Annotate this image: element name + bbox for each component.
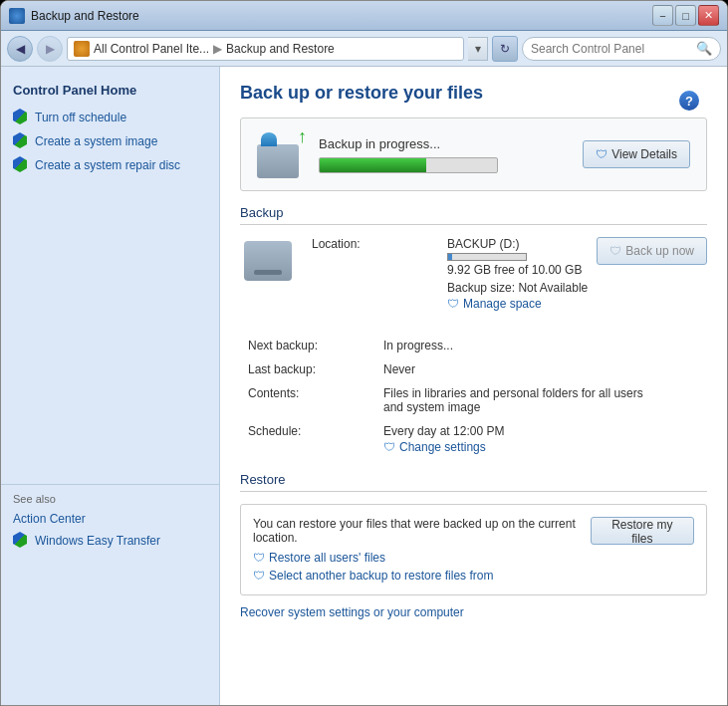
minimize-button[interactable]: −: [652, 5, 673, 26]
view-details-label: View Details: [611, 147, 677, 161]
window-icon: [9, 8, 25, 24]
location-label: Location:: [312, 237, 431, 277]
backup-section-header: Backup: [240, 205, 707, 225]
restore-all-shield: 🛡: [253, 551, 265, 565]
next-backup-value: In progress...: [383, 339, 453, 353]
close-button[interactable]: ✕: [698, 5, 719, 26]
location-bar: [447, 253, 527, 261]
sidebar-label-create-repair-disc: Create a system repair disc: [35, 158, 180, 172]
search-box[interactable]: 🔍: [522, 37, 721, 61]
restore-my-files-label: Restore my files: [611, 518, 672, 546]
restore-flex: You can restore your files that were bac…: [253, 517, 694, 583]
sidebar-title: Control Panel Home: [1, 79, 219, 106]
contents-label: Contents:: [248, 386, 367, 414]
progress-section: ↑ Backup in progress... 🛡 View Details: [240, 118, 707, 191]
sidebar-label-create-system-image: Create a system image: [35, 134, 157, 148]
forward-button[interactable]: ▶: [37, 36, 63, 62]
content-area: Back up or restore your files ↑ Back: [220, 67, 727, 705]
breadcrumb-sep: ▶: [213, 42, 222, 56]
breadcrumb-part2: Backup and Restore: [226, 42, 335, 56]
help-button[interactable]: ?: [679, 91, 699, 111]
restore-section-outer: Restore You can restore your files that …: [240, 472, 707, 619]
select-another-label: Select another backup to restore files f…: [269, 569, 493, 583]
backup-icon: ↑: [257, 130, 305, 178]
sidebar-item-create-repair-disc[interactable]: Create a system repair disc: [1, 153, 219, 177]
recover-system-link[interactable]: Recover system settings or your computer: [240, 605, 464, 619]
content-wrapper: Back up or restore your files ↑ Back: [240, 83, 707, 619]
restore-my-files-button[interactable]: Restore my files: [591, 517, 694, 545]
drive-icon: [240, 237, 296, 285]
sidebar-item-action-center[interactable]: Action Center: [1, 509, 219, 529]
backup-info-grid: Location: BACKUP (D:) 9.92 GB free of 10…: [240, 237, 588, 315]
see-also-label: See also: [1, 484, 219, 509]
last-backup-row: Last backup: Never: [248, 362, 707, 376]
title-bar-controls: − □ ✕: [652, 5, 719, 26]
address-field[interactable]: All Control Panel Ite... ▶ Backup and Re…: [67, 37, 464, 61]
main-window: Backup and Restore − □ ✕ ◀ ▶ All Control…: [0, 0, 728, 706]
schedule-row: Schedule: Every day at 12:00 PM 🛡 Change…: [248, 424, 707, 454]
search-icon: 🔍: [696, 41, 712, 56]
select-another-shield: 🛡: [253, 569, 265, 583]
title-bar: Backup and Restore − □ ✕: [1, 1, 727, 31]
backup-size-label: [312, 281, 431, 311]
refresh-button[interactable]: ↻: [492, 36, 518, 62]
location-value: BACKUP (D:): [447, 237, 582, 251]
maximize-button[interactable]: □: [675, 5, 696, 26]
sidebar-item-turn-off-schedule[interactable]: Turn off schedule: [1, 106, 219, 129]
progress-bar-container: [319, 157, 498, 173]
address-bar: ◀ ▶ All Control Panel Ite... ▶ Backup an…: [1, 31, 727, 67]
control-panel-icon: [74, 41, 90, 57]
shield-icon-system-image: [13, 132, 29, 150]
shield-icon-repair-disc: [13, 156, 29, 174]
sidebar-item-create-system-image[interactable]: Create a system image: [1, 129, 219, 153]
sidebar-label-turn-off-schedule: Turn off schedule: [35, 111, 126, 124]
back-up-now-shield: 🛡: [609, 244, 621, 258]
backup-size-row: Backup size: Not Available 🛡 Manage spac…: [312, 281, 588, 311]
sidebar: Control Panel Home Turn off schedule Cre…: [1, 67, 220, 705]
restore-section-header: Restore: [240, 472, 707, 492]
free-space-value: 9.92 GB free of 10.00 GB: [447, 263, 582, 277]
info-rows: Location: BACKUP (D:) 9.92 GB free of 10…: [312, 237, 588, 315]
back-up-now-label: Back up now: [625, 244, 694, 258]
restore-all-users-link[interactable]: 🛡 Restore all users' files: [253, 551, 591, 565]
schedule-value: Every day at 12:00 PM: [383, 424, 504, 438]
backup-size-text: Backup size: Not Available: [447, 281, 588, 295]
title-bar-left: Backup and Restore: [9, 8, 139, 24]
progress-bar-fill: [320, 158, 426, 172]
progress-label: Backup in progress...: [319, 136, 569, 151]
next-backup-label: Next backup:: [248, 339, 367, 353]
shield-icon-easy-transfer: [13, 532, 29, 550]
address-dropdown[interactable]: ▾: [468, 37, 488, 61]
shield-icon-schedule: [13, 109, 29, 126]
sidebar-label-windows-easy-transfer: Windows Easy Transfer: [35, 534, 160, 548]
schedule-label: Schedule:: [248, 424, 367, 454]
search-input[interactable]: [531, 42, 692, 56]
progress-info: Backup in progress...: [319, 136, 569, 173]
manage-space-link[interactable]: 🛡 Manage space: [447, 297, 588, 311]
back-up-now-button[interactable]: 🛡 Back up now: [597, 237, 707, 265]
contents-row: Contents: Files in libraries and persona…: [248, 386, 707, 414]
change-settings-link[interactable]: 🛡 Change settings: [383, 440, 504, 454]
details-section: Next backup: In progress... Last backup:…: [240, 339, 707, 458]
last-backup-label: Last backup:: [248, 362, 367, 376]
view-details-button[interactable]: 🛡 View Details: [583, 140, 690, 168]
main-area: Control Panel Home Turn off schedule Cre…: [1, 67, 727, 705]
restore-all-label: Restore all users' files: [269, 551, 385, 565]
contents-value: Files in libraries and personal folders …: [383, 386, 662, 414]
backup-section: Backup Location:: [240, 205, 707, 458]
backup-progress-arrow: ↑: [298, 126, 307, 147]
location-row: Location: BACKUP (D:) 9.92 GB free of 10…: [312, 237, 588, 277]
restore-left: You can restore your files that were bac…: [253, 517, 591, 583]
view-details-shield-icon: 🛡: [596, 147, 607, 161]
select-another-backup-link[interactable]: 🛡 Select another backup to restore files…: [253, 569, 591, 583]
restore-links: 🛡 Restore all users' files 🛡 Select anot…: [253, 551, 591, 583]
breadcrumb-part1: All Control Panel Ite...: [94, 42, 209, 56]
restore-section: You can restore your files that were bac…: [240, 504, 707, 595]
restore-description: You can restore your files that were bac…: [253, 517, 591, 545]
page-title: Back up or restore your files: [240, 83, 707, 104]
last-backup-value: Never: [383, 362, 415, 376]
sidebar-label-action-center: Action Center: [13, 512, 86, 526]
next-backup-row: Next backup: In progress...: [248, 339, 707, 353]
back-button[interactable]: ◀: [7, 36, 33, 62]
sidebar-item-windows-easy-transfer[interactable]: Windows Easy Transfer: [1, 529, 219, 553]
